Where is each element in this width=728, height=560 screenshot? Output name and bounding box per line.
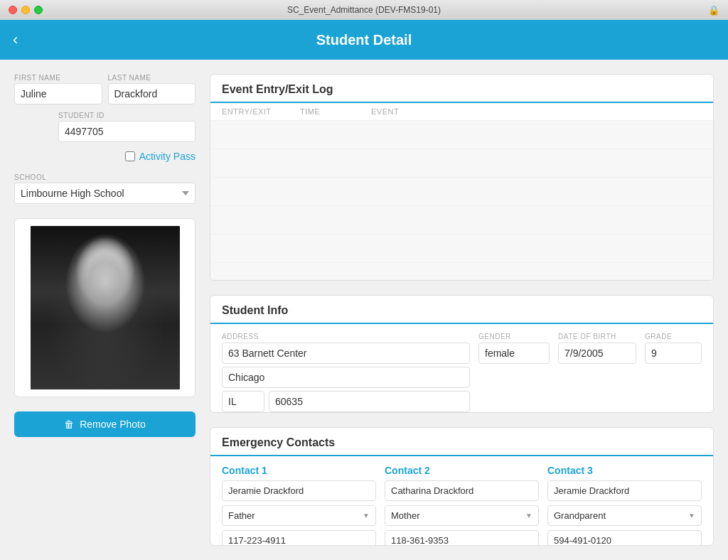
svg-point-17 <box>67 321 75 333</box>
svg-point-3 <box>130 325 173 368</box>
svg-rect-18 <box>87 343 123 357</box>
svg-point-12 <box>68 267 142 298</box>
address-field: ADDRESS <box>222 333 470 412</box>
table-row <box>210 235 713 263</box>
first-name-group: FIRST NAME <box>14 74 102 104</box>
dob-label: DATE OF BIRTH <box>558 333 636 340</box>
event-log-rows[interactable] <box>210 121 713 281</box>
contact-2-phone: 118-361-9353 <box>385 530 539 546</box>
svg-point-19 <box>73 315 95 343</box>
emergency-contacts-header: Emergency Contacts <box>210 428 713 456</box>
photo-bw-image <box>31 226 180 389</box>
address-line1-input[interactable] <box>222 343 470 364</box>
dob-field: DATE OF BIRTH <box>558 333 636 412</box>
grade-input[interactable] <box>645 343 702 364</box>
contact-2-relationship[interactable]: Mother ▼ <box>385 505 539 526</box>
photo-container <box>14 218 196 397</box>
col-entry-exit: ENTRY/EXIT <box>222 107 300 116</box>
contact-2-header: Contact 2 <box>385 465 539 476</box>
minimize-button[interactable] <box>21 6 30 14</box>
student-id-input[interactable] <box>58 121 196 142</box>
table-row <box>210 149 713 178</box>
student-info-section: Student Info ADDRESS <box>210 295 714 413</box>
chevron-down-icon: ▼ <box>688 512 695 519</box>
table-row <box>210 121 713 149</box>
svg-rect-10 <box>68 289 81 338</box>
table-row <box>210 178 713 206</box>
back-button[interactable]: ‹ <box>13 31 18 49</box>
last-name-input[interactable] <box>108 83 196 104</box>
info-row-main: ADDRESS GENDER <box>222 333 702 412</box>
contact-1-name: Jeramie Drackford <box>222 480 376 501</box>
address-state-input[interactable] <box>222 391 264 412</box>
svg-rect-6 <box>93 336 117 357</box>
titlebar: SC_Event_Admittance (DEV-FMS19-01) 🔒 <box>0 0 728 20</box>
svg-point-14 <box>110 318 124 326</box>
activity-pass-checkbox-label[interactable]: Activity Pass <box>125 151 196 166</box>
col-time: TIME <box>300 107 371 116</box>
event-log-section: Event Entry/Exit Log ENTRY/EXIT TIME EVE… <box>210 74 714 281</box>
event-log-header: Event Entry/Exit Log <box>210 75 713 103</box>
contact-2-column: Contact 2 Catharina Drackford Mother ▼ 1… <box>385 465 539 546</box>
contact-3-name: Jeramie Drackford <box>547 480 702 501</box>
svg-rect-11 <box>129 289 142 331</box>
activity-pass-checkbox[interactable] <box>125 151 135 161</box>
right-panel: Event Entry/Exit Log ENTRY/EXIT TIME EVE… <box>210 74 714 546</box>
event-log-columns: ENTRY/EXIT TIME EVENT <box>210 103 713 121</box>
chevron-down-icon: ▼ <box>525 512 532 519</box>
student-id-row: STUDENT ID Activity Pass <box>14 112 196 166</box>
table-row <box>210 206 713 235</box>
contact-1-relationship[interactable]: Father ▼ <box>222 505 376 526</box>
last-name-group: LAST NAME <box>108 74 196 104</box>
chevron-down-icon: ▼ <box>363 512 370 519</box>
activity-pass-text: Activity Pass <box>139 151 196 162</box>
name-row: FIRST NAME LAST NAME <box>14 74 196 104</box>
emergency-contacts-title: Emergency Contacts <box>222 436 335 448</box>
svg-point-13 <box>86 318 100 326</box>
svg-rect-0 <box>31 226 180 389</box>
first-name-label: FIRST NAME <box>14 74 102 82</box>
gender-input[interactable] <box>478 343 550 364</box>
address-zip-input[interactable] <box>269 391 470 412</box>
address-state-zip <box>222 391 470 412</box>
grade-field: GRADE <box>645 333 702 412</box>
contact-3-column: Contact 3 Jeramie Drackford Grandparent … <box>547 465 702 546</box>
svg-point-16 <box>114 318 121 324</box>
address-inputs <box>222 343 470 412</box>
event-log-title: Event Entry/Exit Log <box>222 83 333 95</box>
contact-3-phone: 594-491-0120 <box>547 530 702 546</box>
address-line2-input[interactable] <box>222 367 470 388</box>
event-log-content: ENTRY/EXIT TIME EVENT <box>210 103 713 281</box>
window-controls[interactable] <box>9 6 43 14</box>
col-event: EVENT <box>371 107 702 116</box>
gender-label: GENDER <box>478 333 550 340</box>
student-id-label: STUDENT ID <box>58 112 196 119</box>
remove-photo-button[interactable]: 🗑 Remove Photo <box>14 411 196 437</box>
contact-3-relationship[interactable]: Grandparent ▼ <box>547 505 702 526</box>
contact-1-relationship-value: Father <box>228 510 255 521</box>
contact-1-phone: 117-223-4911 <box>222 530 376 546</box>
grade-label: GRADE <box>645 333 702 340</box>
first-name-input[interactable] <box>14 83 102 104</box>
svg-point-8 <box>71 276 139 318</box>
contacts-grid: Contact 1 Jeramie Drackford Father ▼ 117… <box>210 456 713 546</box>
address-label: ADDRESS <box>222 333 470 340</box>
trash-icon: 🗑 <box>64 419 74 430</box>
header: ‹ Student Detail <box>0 20 728 60</box>
maximize-button[interactable] <box>34 6 43 14</box>
student-info-title: Student Info <box>222 304 288 316</box>
svg-rect-5 <box>59 354 151 389</box>
emergency-contacts-section: Emergency Contacts Contact 1 Jeramie Dra… <box>210 427 714 546</box>
svg-point-1 <box>102 233 173 304</box>
last-name-label: LAST NAME <box>108 74 196 82</box>
school-label: SCHOOL <box>14 173 196 181</box>
close-button[interactable] <box>9 6 17 14</box>
student-info-header: Student Info <box>210 296 713 324</box>
school-group: SCHOOL Limbourne High School <box>14 173 196 204</box>
school-select[interactable]: Limbourne High School <box>14 183 196 204</box>
remove-photo-label: Remove Photo <box>80 419 146 430</box>
svg-point-7 <box>70 281 141 363</box>
lock-icon: 🔒 <box>708 5 719 16</box>
dob-input[interactable] <box>558 343 636 364</box>
contact-1-column: Contact 1 Jeramie Drackford Father ▼ 117… <box>222 465 376 546</box>
